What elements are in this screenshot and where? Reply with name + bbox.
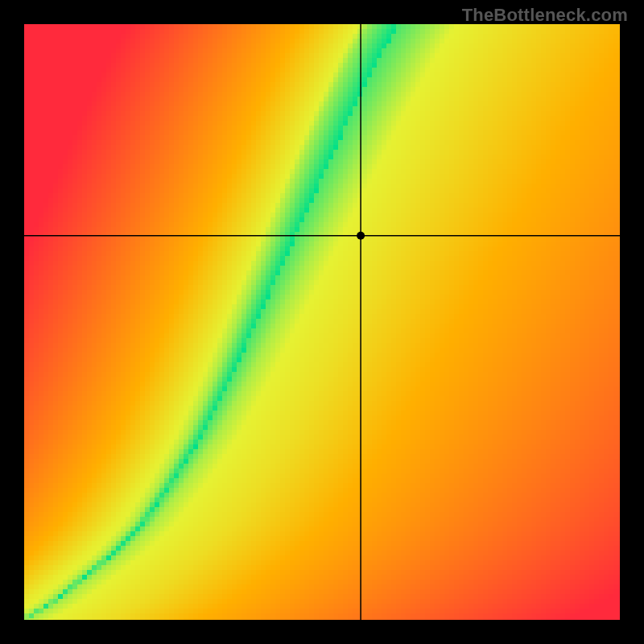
plot-area xyxy=(24,24,620,620)
heatmap-canvas xyxy=(24,24,620,620)
stage: TheBottleneck.com xyxy=(0,0,644,644)
watermark-text: TheBottleneck.com xyxy=(462,5,628,26)
